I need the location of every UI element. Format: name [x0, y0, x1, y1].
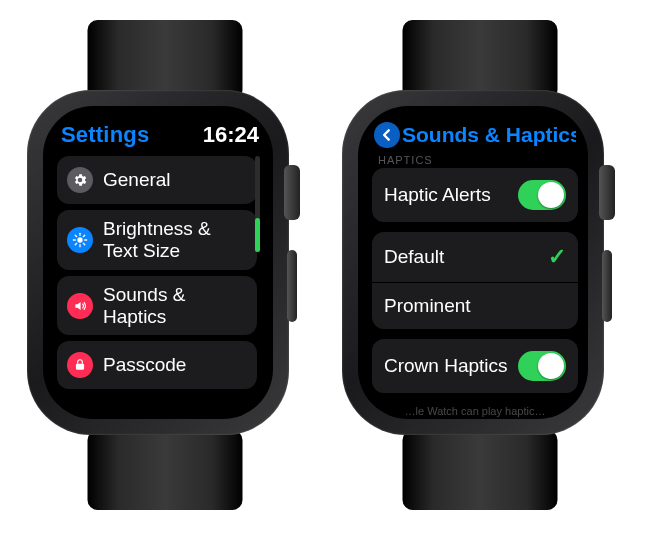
side-button[interactable]	[602, 250, 612, 322]
settings-item-label: General	[103, 169, 171, 191]
watch-band-top	[88, 20, 243, 100]
svg-rect-9	[76, 364, 84, 370]
lock-icon	[67, 352, 93, 378]
haptic-strength-group: Default ✓ Prominent	[372, 232, 578, 329]
page-title: Settings	[61, 122, 149, 148]
watch-band-bottom	[403, 430, 558, 510]
watch-right: Sounds & Haptics HAPTICS Haptic Alerts D…	[330, 20, 630, 510]
status-time: 16:24	[203, 122, 259, 148]
settings-item-passcode[interactable]: Passcode	[57, 341, 257, 389]
watch-case: Settings 16:24 General Brightness & Text…	[27, 90, 289, 435]
settings-item-brightness[interactable]: Brightness & Text Size	[57, 210, 257, 270]
row-crown-haptics[interactable]: Crown Haptics	[372, 339, 578, 393]
settings-item-label: Sounds & Haptics	[103, 284, 247, 328]
speaker-icon	[67, 293, 93, 319]
header: Settings 16:24	[57, 122, 263, 156]
row-default[interactable]: Default ✓	[372, 232, 578, 282]
row-prominent[interactable]: Prominent	[372, 282, 578, 329]
row-label: Crown Haptics	[384, 355, 508, 377]
chevron-left-icon	[380, 128, 394, 142]
settings-list: General Brightness & Text Size Sounds & …	[57, 156, 257, 389]
back-button[interactable]	[374, 122, 400, 148]
watch-band-bottom	[88, 430, 243, 510]
svg-point-0	[77, 237, 82, 242]
row-label: Default	[384, 246, 444, 268]
footer-note: …le Watch can play haptic…	[372, 403, 578, 417]
section-header: HAPTICS	[372, 152, 578, 168]
settings-item-general[interactable]: General	[57, 156, 257, 204]
settings-item-sounds-haptics[interactable]: Sounds & Haptics	[57, 276, 257, 336]
digital-crown[interactable]	[599, 165, 615, 220]
haptic-alerts-group: Haptic Alerts	[372, 168, 578, 222]
checkmark-icon: ✓	[548, 244, 566, 270]
settings-item-label: Passcode	[103, 354, 186, 376]
toggle-crown-haptics[interactable]	[518, 351, 566, 381]
watch-band-top	[403, 20, 558, 100]
watch-left: Settings 16:24 General Brightness & Text…	[15, 20, 315, 510]
crown-haptics-group: Crown Haptics	[372, 339, 578, 393]
gear-icon	[67, 167, 93, 193]
digital-crown[interactable]	[284, 165, 300, 220]
side-button[interactable]	[287, 250, 297, 322]
watch-screen-settings: Settings 16:24 General Brightness & Text…	[43, 106, 273, 419]
scroll-indicator[interactable]	[255, 156, 260, 252]
settings-item-label: Brightness & Text Size	[103, 218, 247, 262]
toggle-haptic-alerts[interactable]	[518, 180, 566, 210]
watch-case: Sounds & Haptics HAPTICS Haptic Alerts D…	[342, 90, 604, 435]
page-title: Sounds & Haptics	[402, 123, 576, 147]
svg-line-8	[83, 235, 84, 236]
header: Sounds & Haptics	[372, 122, 578, 152]
row-label: Prominent	[384, 295, 471, 317]
svg-line-6	[83, 243, 84, 244]
row-label: Haptic Alerts	[384, 184, 491, 206]
brightness-icon	[67, 227, 93, 253]
row-haptic-alerts[interactable]: Haptic Alerts	[372, 168, 578, 222]
watch-screen-haptics: Sounds & Haptics HAPTICS Haptic Alerts D…	[358, 106, 588, 419]
svg-line-5	[75, 235, 76, 236]
svg-line-7	[75, 243, 76, 244]
